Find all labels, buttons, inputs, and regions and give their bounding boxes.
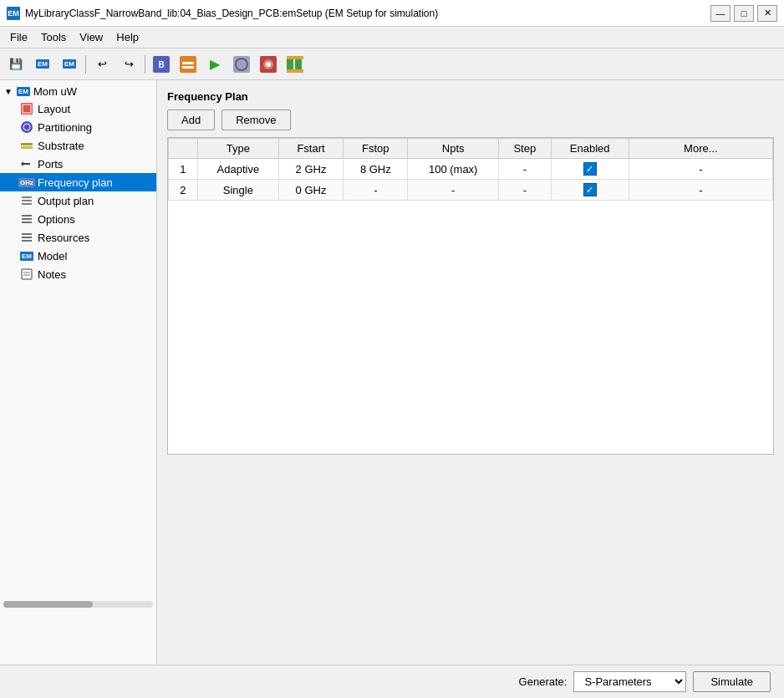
minimize-button[interactable]: — (710, 5, 731, 22)
svg-rect-28 (22, 233, 32, 235)
sidebar-item-frequency-plan[interactable]: GHz Frequency plan (0, 173, 156, 191)
sidebar-item-output-plan-label: Output plan (38, 195, 94, 207)
frequency-panel: Type Fstart Fstop Npts Step Enabled More… (167, 137, 774, 455)
sidebar-root-label: Mom uW (33, 85, 77, 98)
row2-fstart: 0 GHz (278, 180, 343, 201)
svg-rect-12 (287, 56, 303, 59)
sidebar-item-partitioning[interactable]: Partitioning (0, 118, 156, 136)
row2-step: - (498, 180, 551, 201)
col-header-fstop: Fstop (344, 139, 408, 159)
sidebar-item-output-plan[interactable]: Output plan (0, 191, 156, 210)
row2-type: Single (197, 180, 278, 201)
svg-rect-3 (182, 62, 194, 64)
row1-enabled-checkbox[interactable]: ✓ (583, 162, 597, 176)
redo-icon: ↪ (125, 58, 134, 70)
tool3-button[interactable] (229, 53, 254, 76)
tree-toggle[interactable]: ▼ (3, 87, 13, 97)
sidebar-item-options[interactable]: Options (0, 210, 156, 228)
sidebar-item-model[interactable]: EM Model (0, 247, 156, 265)
em2-button[interactable]: EM (57, 53, 82, 76)
main-layout: ▼ EM Mom uW Layout Partitioning (0, 80, 784, 698)
save-button[interactable]: 💾 (3, 53, 28, 76)
svg-rect-11 (295, 59, 302, 70)
frequency-plan-icon: GHz (20, 176, 33, 189)
bottom-bar: Generate: S-Parameters Simulate (0, 665, 784, 698)
sidebar-root-icon: EM (17, 87, 30, 96)
svg-point-16 (21, 121, 33, 133)
generate-select[interactable]: S-Parameters (573, 671, 686, 692)
generate-label: Generate: (519, 675, 568, 688)
add-button[interactable]: Add (167, 110, 215, 130)
row2-num: 2 (169, 180, 198, 201)
redo-button[interactable]: ↪ (116, 53, 141, 76)
model-icon: EM (20, 249, 33, 262)
sidebar-scrollbar[interactable] (3, 601, 153, 608)
svg-rect-27 (22, 222, 32, 223)
svg-rect-18 (21, 143, 33, 145)
ports-icon (20, 157, 33, 171)
sidebar-item-substrate[interactable]: Substrate (0, 136, 156, 155)
row1-npts: 100 (max) (408, 159, 498, 180)
tool2-icon (179, 55, 197, 74)
sidebar-item-layout[interactable]: Layout (0, 99, 156, 118)
partitioning-icon (20, 120, 33, 134)
title-bar: EM MyLibraryClassF_NarrowBand_lib:04_Bia… (0, 0, 784, 27)
svg-rect-23 (22, 200, 32, 201)
svg-marker-21 (21, 161, 23, 166)
em1-icon: EM (36, 59, 49, 69)
svg-rect-4 (182, 66, 194, 69)
title-bar-left: EM MyLibraryClassF_NarrowBand_lib:04_Bia… (7, 7, 438, 20)
tool2-button[interactable] (176, 53, 201, 76)
sidebar-item-notes[interactable]: Notes (0, 265, 156, 283)
row2-enabled[interactable]: ✓ (551, 180, 629, 201)
sidebar-item-ports[interactable]: Ports (0, 155, 156, 173)
layout-icon (20, 102, 33, 115)
row2-enabled-checkbox[interactable]: ✓ (583, 183, 597, 196)
menu-tools[interactable]: Tools (34, 29, 73, 45)
tool4-icon (259, 55, 277, 74)
menu-file[interactable]: File (3, 29, 34, 45)
sidebar-root[interactable]: ▼ EM Mom uW (0, 84, 156, 99)
table-row[interactable]: 2 Single 0 GHz - - - ✓ - (169, 180, 773, 201)
resources-icon (20, 231, 33, 244)
sidebar-item-resources[interactable]: Resources (0, 228, 156, 247)
close-button[interactable]: ✕ (757, 5, 777, 22)
svg-rect-25 (22, 215, 32, 217)
col-header-step: Step (498, 139, 551, 159)
options-icon (20, 212, 33, 226)
row1-fstop: 8 GHz (344, 159, 408, 180)
row1-enabled[interactable]: ✓ (551, 159, 629, 180)
svg-rect-30 (22, 240, 32, 242)
toolbar: 💾 EM EM ↩ ↪ B ▶ (0, 48, 784, 80)
sidebar-item-notes-label: Notes (38, 268, 66, 281)
tool4-button[interactable] (256, 53, 281, 76)
undo-button[interactable]: ↩ (89, 53, 115, 76)
col-header-fstart: Fstart (278, 139, 343, 159)
play-button[interactable]: ▶ (202, 53, 227, 76)
col-header-num (169, 139, 198, 159)
em1-button[interactable]: EM (30, 53, 55, 76)
svg-text:B: B (158, 60, 164, 69)
svg-rect-10 (287, 59, 293, 70)
row1-type: Adaptive (197, 159, 278, 180)
row1-fstart: 2 GHz (278, 159, 343, 180)
sidebar-item-partitioning-label: Partitioning (38, 121, 92, 134)
tool1-icon: B (152, 55, 171, 74)
tool5-button[interactable] (283, 53, 308, 76)
sidebar-item-frequency-plan-label: Frequency plan (38, 176, 113, 189)
save-icon: 💾 (9, 58, 23, 70)
em2-icon: EM (63, 59, 76, 69)
window-controls[interactable]: — □ ✕ (710, 5, 777, 22)
remove-button[interactable]: Remove (221, 110, 290, 130)
tool1-button[interactable]: B (149, 53, 174, 76)
simulate-button[interactable]: Simulate (693, 671, 771, 692)
sidebar: ▼ EM Mom uW Layout Partitioning (0, 80, 157, 698)
maximize-button[interactable]: □ (734, 5, 754, 22)
undo-icon: ↩ (98, 58, 107, 70)
menu-help[interactable]: Help (109, 29, 145, 45)
table-row[interactable]: 1 Adaptive 2 GHz 8 GHz 100 (max) - ✓ - (169, 159, 773, 180)
menu-bar: File Tools View Help (0, 27, 784, 48)
output-plan-icon (20, 194, 33, 207)
menu-view[interactable]: View (73, 29, 109, 45)
col-header-more: More... (629, 139, 772, 159)
